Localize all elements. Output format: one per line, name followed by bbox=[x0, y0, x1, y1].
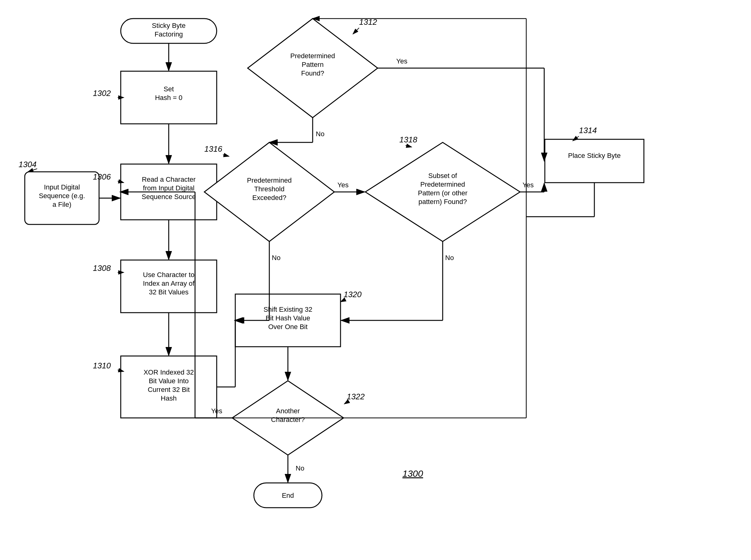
svg-text:Shift Existing 32: Shift Existing 32 bbox=[263, 305, 312, 313]
svg-text:Factoring: Factoring bbox=[155, 30, 183, 38]
svg-text:1314: 1314 bbox=[579, 126, 597, 135]
svg-rect-1 bbox=[0, 0, 751, 560]
svg-text:Predetermined: Predetermined bbox=[247, 177, 291, 184]
svg-text:1318: 1318 bbox=[399, 135, 417, 144]
svg-text:Hash = 0: Hash = 0 bbox=[155, 94, 183, 102]
svg-text:Threshold: Threshold bbox=[254, 185, 284, 193]
svg-text:Another: Another bbox=[276, 407, 300, 415]
svg-text:1322: 1322 bbox=[347, 392, 365, 401]
svg-text:Found?: Found? bbox=[301, 69, 324, 77]
svg-text:Yes: Yes bbox=[211, 407, 222, 415]
svg-text:1316: 1316 bbox=[204, 144, 222, 154]
svg-text:No: No bbox=[445, 254, 454, 262]
svg-text:Pattern (or other: Pattern (or other bbox=[418, 189, 467, 197]
svg-text:Over One Bit: Over One Bit bbox=[268, 323, 307, 331]
svg-text:Bit Hash Value: Bit Hash Value bbox=[266, 314, 310, 322]
svg-text:Predetermined: Predetermined bbox=[290, 52, 335, 60]
svg-text:1312: 1312 bbox=[359, 17, 377, 27]
svg-text:Predetermined: Predetermined bbox=[420, 180, 465, 188]
svg-text:Subset of: Subset of bbox=[428, 172, 458, 180]
svg-text:1310: 1310 bbox=[93, 361, 111, 370]
svg-text:Character?: Character? bbox=[271, 416, 305, 423]
svg-text:Use Character to: Use Character to bbox=[143, 271, 195, 279]
svg-text:Bit Value Into: Bit Value Into bbox=[148, 377, 188, 385]
svg-text:No: No bbox=[296, 464, 304, 472]
svg-text:from Input Digital: from Input Digital bbox=[143, 184, 195, 192]
svg-text:Input Digital: Input Digital bbox=[44, 183, 80, 191]
svg-text:No: No bbox=[316, 130, 324, 138]
svg-text:Current 32 Bit: Current 32 Bit bbox=[148, 386, 190, 394]
svg-text:Yes: Yes bbox=[338, 181, 349, 189]
svg-text:Yes: Yes bbox=[523, 181, 534, 189]
svg-text:1306: 1306 bbox=[93, 172, 111, 181]
svg-text:Hash: Hash bbox=[161, 394, 177, 402]
svg-text:Read a Character: Read a Character bbox=[142, 176, 196, 183]
svg-text:XOR Indexed 32: XOR Indexed 32 bbox=[144, 368, 194, 376]
svg-text:Index an Array of: Index an Array of bbox=[143, 280, 195, 287]
svg-text:End: End bbox=[282, 492, 294, 499]
svg-text:Sticky Byte: Sticky Byte bbox=[152, 22, 186, 29]
svg-text:Set: Set bbox=[163, 85, 174, 93]
svg-text:1304: 1304 bbox=[19, 160, 37, 169]
svg-text:pattern) Found?: pattern) Found? bbox=[419, 198, 467, 205]
svg-text:a File): a File) bbox=[52, 201, 71, 208]
svg-text:1302: 1302 bbox=[93, 88, 111, 98]
svg-text:1308: 1308 bbox=[93, 263, 111, 273]
svg-text:Sequence (e.g.: Sequence (e.g. bbox=[39, 192, 85, 200]
svg-text:No: No bbox=[272, 254, 281, 262]
svg-text:Yes: Yes bbox=[396, 57, 407, 65]
svg-text:32 Bit Values: 32 Bit Values bbox=[149, 288, 188, 296]
svg-text:Pattern: Pattern bbox=[302, 61, 324, 68]
svg-text:Place Sticky Byte: Place Sticky Byte bbox=[568, 152, 621, 159]
svg-text:Sequence Source: Sequence Source bbox=[142, 193, 196, 201]
svg-text:Exceeded?: Exceeded? bbox=[252, 194, 286, 202]
flowchart-diagram: Sticky Byte Factoring Set Hash = 0 Read … bbox=[0, 0, 751, 560]
svg-rect-38 bbox=[545, 139, 644, 183]
svg-text:1300: 1300 bbox=[402, 468, 423, 479]
svg-text:1320: 1320 bbox=[344, 290, 362, 299]
